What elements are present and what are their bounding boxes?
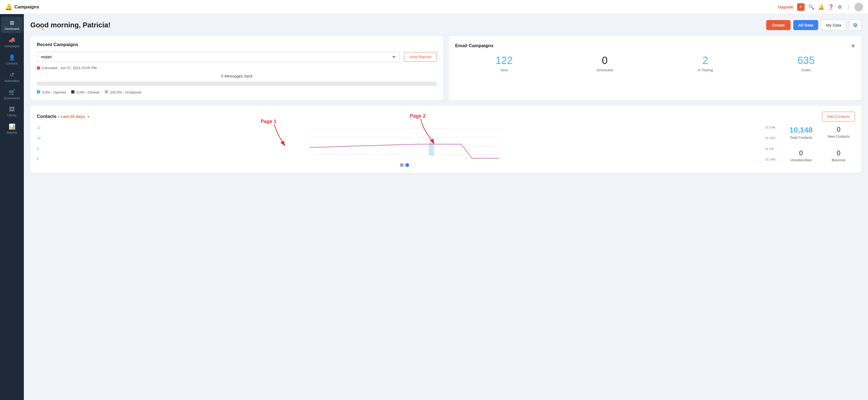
campaign-status: Canceled - Jun 07, 2021 03:05 PM: [37, 66, 437, 70]
progress-bar: [37, 82, 437, 86]
sidebar-item-contacts[interactable]: 👤 Contacts: [1, 52, 23, 68]
search-icon[interactable]: 🔍: [808, 4, 814, 10]
messages-sent: 0 Messages Sent: [37, 74, 437, 78]
drafts-number: 635: [757, 55, 855, 66]
sent-label: Sent: [455, 68, 553, 72]
filter-button[interactable]: ⚙️: [849, 20, 862, 31]
filter-icon: ⚙️: [852, 23, 858, 27]
sidebar-item-library[interactable]: 🖼 Library: [1, 104, 23, 119]
sidebar-item-label: Dashboard: [5, 27, 19, 30]
topbar: 🔔 Campaigns Upgrade + 🔍 🔔 ❓ ⚙ ⋮: [0, 0, 868, 14]
total-contacts-stat: 10,148 Total Contacts: [785, 126, 817, 144]
more-icon[interactable]: ⋮: [846, 4, 851, 10]
page-header: Good morning, Patricia! Create All Data …: [30, 20, 862, 31]
email-card-header: Email Campaigns +: [455, 42, 855, 50]
campaign-select-row: restart View Reports: [37, 52, 437, 62]
campaign-stats: 0.0% - Opened 0.0% - Clicked 100.0% - Un…: [37, 90, 437, 94]
campaign-select[interactable]: restart: [37, 52, 400, 62]
testing-number: 2: [656, 55, 754, 66]
contacts-header: Contacts - Last 30 days ▾ Add Contacts: [37, 112, 855, 121]
unsubscribes-stat: 0 Unsubscribes: [785, 149, 817, 167]
recent-campaigns-title: Recent Campaigns: [37, 42, 437, 48]
sidebar-item-reports[interactable]: 📊 Reports: [1, 121, 23, 137]
contacts-period[interactable]: Last 30 days: [61, 114, 85, 119]
scheduled-label: Scheduled: [556, 68, 654, 72]
contacts-title: Contacts - Last 30 days ▾: [37, 114, 822, 119]
unsubscribes-label: Unsubscribes: [785, 158, 817, 162]
y-axis-left: 12 10 8 6: [37, 126, 45, 161]
library-icon: 🖼: [9, 106, 14, 112]
dashboard-icon: ⊞: [10, 20, 14, 26]
email-campaigns-title: Email Campaigns: [455, 43, 851, 49]
email-stat-drafts: 635 Drafts: [757, 55, 855, 72]
status-dot-icon: [37, 66, 40, 70]
sent-number: 122: [455, 55, 553, 66]
campaign-status-text: Canceled - Jun 07, 2021 03:05 PM: [42, 66, 97, 70]
question-icon[interactable]: ❓: [828, 4, 834, 10]
content-area: Good morning, Patricia! Create All Data …: [24, 14, 868, 400]
automation-icon: ↺: [10, 72, 14, 78]
sidebar-item-label: Contacts: [6, 62, 18, 65]
contacts-chart-svg: [45, 126, 763, 161]
my-data-button[interactable]: My Data: [821, 20, 846, 30]
sidebar-item-label: Ecommerce: [4, 96, 20, 100]
bell-icon[interactable]: 🔔: [818, 4, 824, 10]
bounces-number: 0: [822, 149, 855, 157]
header-actions: Create All Data My Data ⚙️: [766, 20, 862, 31]
contacts-body: 12 10 8 6: [37, 126, 855, 167]
bounces-stat: 0 Bounces: [822, 149, 855, 167]
sidebar-item-ecommerce[interactable]: 🛒 Ecommerce: [1, 86, 23, 103]
ecommerce-icon: 🛒: [9, 89, 16, 95]
total-contacts-number: 10,148: [785, 126, 817, 135]
unopened-stat: 100.0% - Unopened: [105, 90, 141, 94]
avatar[interactable]: [855, 3, 863, 11]
contacts-card: Contacts - Last 30 days ▾ Add Contacts 1…: [30, 106, 862, 173]
sidebar-item-label: Automation: [4, 79, 20, 82]
sidebar-item-label: Campaigns: [4, 45, 20, 48]
recent-campaigns-card: Recent Campaigns restart View Reports Ca…: [30, 36, 443, 100]
new-contacts-stat: 0 New Contacts: [822, 126, 855, 144]
contacts-stats: 10,148 Total Contacts 0 New Contacts 0 U…: [785, 126, 855, 167]
view-reports-button[interactable]: View Reports: [404, 52, 437, 62]
opened-stat: 0.0% - Opened: [37, 90, 66, 94]
clicked-stat: 0.0% - Clicked: [71, 90, 99, 94]
sidebar: ⊞ Dashboard 📣 Campaigns 👤 Contacts ↺ Aut…: [0, 14, 24, 400]
email-campaigns-card: Email Campaigns + 122 Sent 0 Scheduled 2…: [448, 36, 862, 100]
sidebar-item-dashboard[interactable]: ⊞ Dashboard: [1, 17, 23, 33]
sidebar-item-automation[interactable]: ↺ Automation: [1, 69, 23, 85]
drafts-label: Drafts: [757, 68, 855, 72]
add-campaign-button[interactable]: +: [851, 42, 855, 50]
unopened-dot: [105, 90, 108, 93]
total-contacts-label: Total Contacts: [785, 136, 817, 140]
topbar-actions: Upgrade + 🔍 🔔 ❓ ⚙ ⋮: [778, 3, 863, 11]
app-logo: 🔔 Campaigns: [5, 3, 39, 10]
gear-icon[interactable]: ⚙: [838, 4, 842, 10]
svg-rect-5: [429, 142, 434, 155]
reports-icon: 📊: [9, 123, 16, 130]
sidebar-item-campaigns[interactable]: 📣 Campaigns: [1, 34, 23, 50]
chart-container: Page 1 Page 2: [45, 126, 763, 167]
new-contacts-number: 0: [822, 126, 855, 133]
upgrade-button[interactable]: Upgrade: [778, 5, 793, 9]
email-stats-grid: 122 Sent 0 Scheduled 2 In Testing 635 Dr…: [455, 55, 855, 72]
testing-label: In Testing: [656, 68, 754, 72]
plus-button[interactable]: +: [797, 3, 805, 11]
all-data-button[interactable]: All Data: [793, 20, 818, 30]
contacts-icon: 👤: [9, 54, 16, 61]
dot-1[interactable]: [400, 163, 404, 167]
pagination-dots: [45, 163, 763, 167]
dot-2[interactable]: [405, 163, 409, 167]
clicked-dot: [71, 90, 74, 93]
create-button[interactable]: Create: [766, 20, 791, 30]
y-axis-right: 10.154k 10.152k 10.15k 10.148k: [763, 126, 778, 161]
email-stat-testing: 2 In Testing: [656, 55, 754, 72]
app-title: Campaigns: [14, 4, 39, 10]
page-title: Good morning, Patricia!: [30, 21, 766, 29]
logo-icon: 🔔: [5, 3, 12, 10]
bounces-label: Bounces: [822, 158, 855, 162]
top-cards-row: Recent Campaigns restart View Reports Ca…: [30, 36, 862, 100]
add-contacts-button[interactable]: Add Contacts: [822, 112, 855, 121]
new-contacts-label: New Contacts: [822, 135, 855, 139]
email-stat-sent: 122 Sent: [455, 55, 553, 72]
sidebar-item-label: Reports: [7, 131, 17, 134]
